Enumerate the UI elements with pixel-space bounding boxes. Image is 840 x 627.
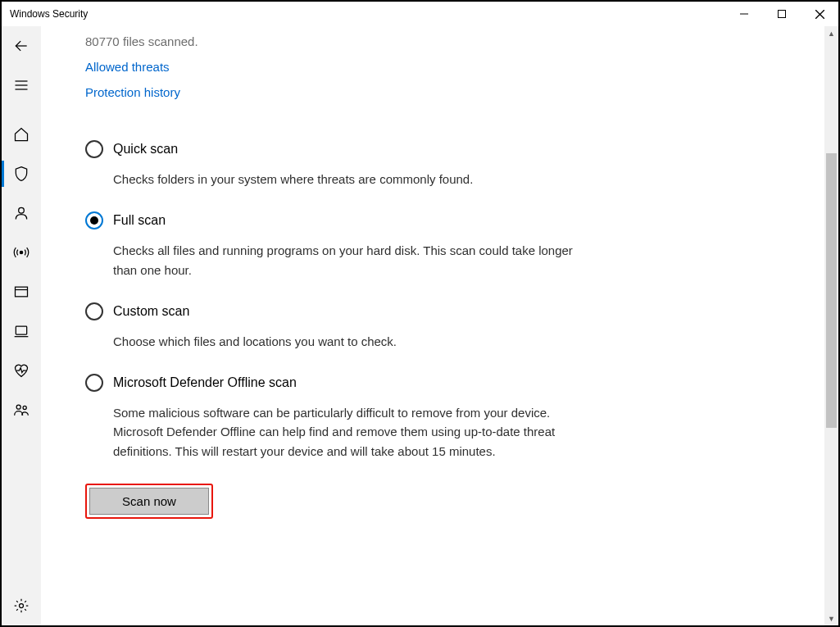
device-security-nav[interactable] [2, 311, 41, 351]
svg-point-15 [23, 406, 26, 409]
svg-point-16 [20, 604, 24, 608]
option-quick-scan[interactable]: Quick scan Checks folders in your system… [85, 140, 581, 189]
home-nav[interactable] [2, 115, 41, 154]
option-desc: Choose which files and locations you wan… [113, 332, 581, 351]
radio-offline-scan[interactable] [85, 374, 103, 392]
settings-nav[interactable] [2, 586, 41, 625]
option-offline-scan[interactable]: Microsoft Defender Offline scan Some mal… [85, 374, 581, 461]
option-desc: Checks folders in your system where thre… [113, 170, 581, 189]
scan-now-highlight: Scan now [85, 484, 213, 519]
scan-now-button[interactable]: Scan now [89, 488, 209, 515]
radio-custom-scan[interactable] [85, 302, 103, 320]
titlebar: Windows Security [2, 2, 838, 26]
svg-point-9 [20, 251, 22, 253]
option-full-scan[interactable]: Full scan Checks all files and running p… [85, 211, 581, 279]
device-health-nav[interactable] [2, 351, 41, 390]
maximize-button[interactable] [763, 2, 801, 26]
option-title: Custom scan [113, 304, 189, 319]
firewall-nav[interactable] [2, 233, 41, 272]
virus-protection-nav[interactable] [2, 154, 41, 193]
radio-full-scan[interactable] [85, 211, 103, 229]
window-title: Windows Security [10, 8, 88, 20]
option-custom-scan[interactable]: Custom scan Choose which files and locat… [85, 302, 581, 351]
option-title: Quick scan [113, 142, 178, 157]
back-button[interactable] [2, 26, 41, 66]
allowed-threats-link[interactable]: Allowed threats [85, 60, 756, 74]
svg-point-8 [19, 207, 25, 213]
svg-rect-12 [16, 326, 26, 334]
svg-point-14 [16, 405, 20, 409]
scroll-down-icon[interactable]: ▼ [824, 611, 838, 625]
protection-history-link[interactable]: Protection history [85, 85, 756, 99]
scroll-thumb[interactable] [826, 153, 837, 428]
radio-quick-scan[interactable] [85, 140, 103, 158]
option-desc: Some malicious software can be particula… [113, 403, 581, 461]
main-content: 80770 files scanned. Allowed threats Pro… [41, 26, 838, 625]
close-button[interactable] [801, 2, 838, 26]
option-title: Full scan [113, 213, 166, 228]
menu-button[interactable] [2, 66, 41, 105]
vertical-scrollbar[interactable]: ▲ ▼ [824, 26, 838, 625]
option-title: Microsoft Defender Offline scan [113, 375, 297, 390]
svg-rect-10 [16, 287, 28, 297]
family-nav[interactable] [2, 390, 41, 429]
svg-rect-1 [779, 11, 786, 18]
files-scanned-text: 80770 files scanned. [85, 34, 756, 48]
sidebar [2, 26, 41, 625]
app-browser-nav[interactable] [2, 272, 41, 311]
account-protection-nav[interactable] [2, 193, 41, 233]
window-controls [725, 2, 838, 26]
scroll-up-icon[interactable]: ▲ [824, 26, 838, 40]
option-desc: Checks all files and running programs on… [113, 241, 581, 279]
minimize-button[interactable] [725, 2, 763, 26]
